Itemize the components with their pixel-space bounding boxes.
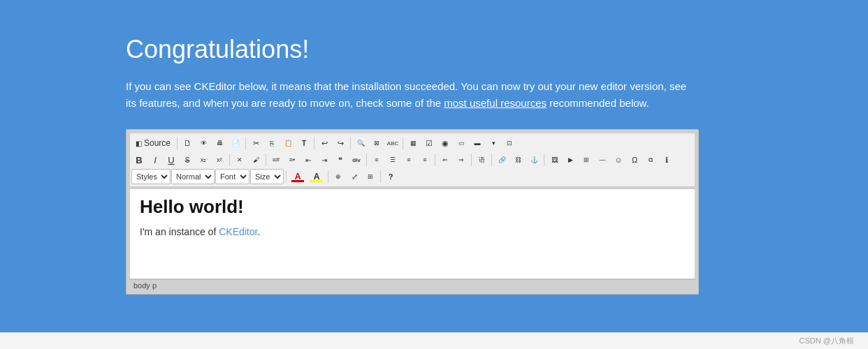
source-button[interactable]: ◧ Source	[131, 135, 175, 151]
bold-button[interactable]: B	[131, 152, 147, 168]
styles-select[interactable]: Styles	[131, 169, 171, 184]
editor-container: ◧ Source 🗋 👁 🖶 📄 ✂ ⎘ 📋 T ↩ ↪ 🔍 ⊠ AB	[126, 129, 699, 295]
separator	[177, 137, 178, 149]
indent-button[interactable]: ⇥	[317, 152, 332, 168]
radio-button[interactable]: ◉	[437, 135, 453, 151]
redo-icon: ↪	[338, 139, 344, 148]
copyformat-button[interactable]: 🖌	[248, 152, 263, 168]
removeformat-icon: ✕	[237, 156, 243, 163]
alignright-button[interactable]: ≡	[401, 152, 417, 168]
spellcheck-button[interactable]: ABC	[385, 135, 400, 151]
bidi-rtl-button[interactable]: ⇒	[454, 152, 469, 168]
unlink-button[interactable]: ⛓	[510, 152, 526, 168]
blockquote-button[interactable]: ❝	[333, 152, 348, 168]
image-button[interactable]: 🖼	[547, 152, 562, 168]
bgcolor-bar	[310, 180, 323, 182]
showblocks-button[interactable]: ⊞	[363, 169, 378, 184]
ol-icon: ≡#	[273, 156, 280, 163]
language-button[interactable]: 语	[474, 152, 489, 168]
radio-icon: ◉	[442, 139, 449, 148]
paste-icon: 📋	[284, 140, 292, 147]
help-icon: ?	[389, 172, 393, 181]
form-button[interactable]: ▦	[405, 135, 421, 151]
separator	[328, 170, 328, 183]
ul-icon: ≡•	[289, 156, 295, 163]
iframe-button[interactable]: ⧉	[643, 152, 658, 168]
flash-button[interactable]: ▶	[563, 152, 578, 168]
templates-button[interactable]: 📄	[228, 135, 243, 151]
source-icon: ◧	[136, 140, 142, 147]
pasteplain-icon: T	[302, 140, 306, 147]
newpage-button[interactable]: 🗋	[180, 135, 195, 151]
strikethrough-button[interactable]: S	[180, 152, 195, 168]
alignjustify-button[interactable]: ≡	[417, 152, 433, 168]
find-button[interactable]: 🔍	[353, 135, 368, 151]
ol-button[interactable]: ≡#	[268, 152, 284, 168]
editor-paragraph: I'm an instance of CKEditor.	[140, 226, 685, 237]
print-button[interactable]: 🖶	[212, 135, 227, 151]
unlink-icon: ⛓	[515, 156, 521, 163]
ul-button[interactable]: ≡•	[284, 152, 300, 168]
removeformat-button[interactable]: ✕	[232, 152, 247, 168]
textfield-button[interactable]: ▭	[454, 135, 469, 151]
image-icon: 🖼	[551, 156, 558, 163]
textarea-icon: ▬	[475, 140, 481, 147]
anchor-button[interactable]: ⚓	[526, 152, 542, 168]
fontcolor-button[interactable]: A	[289, 169, 307, 184]
underline-button[interactable]: U	[164, 152, 179, 168]
link-button[interactable]: 🔗	[494, 152, 509, 168]
size-select[interactable]: Size	[250, 169, 284, 184]
hrule-button[interactable]: —	[595, 152, 610, 168]
hiddenfield-icon: ⊡	[507, 140, 512, 147]
resources-link[interactable]: most useful resources	[444, 97, 547, 109]
maximize-button[interactable]: ⤢	[347, 169, 362, 184]
undo-button[interactable]: ↩	[317, 135, 332, 151]
separator	[435, 154, 435, 166]
editor-area[interactable]: Hello world! I'm an instance of CKEditor…	[129, 188, 695, 279]
selectall-button[interactable]: ⊠	[369, 135, 384, 151]
font-select[interactable]: Font	[215, 169, 249, 184]
preview-button[interactable]: 👁	[196, 135, 211, 151]
editor-heading: Hello world!	[140, 196, 685, 218]
cut-icon: ✂	[253, 139, 259, 148]
footer-bar: CSDN @八角框	[0, 332, 868, 349]
paste-button[interactable]: 📋	[280, 135, 296, 151]
pasteplain-button[interactable]: T	[296, 135, 312, 151]
ckeditor-link[interactable]: CKEditor	[219, 226, 257, 237]
superscript-button[interactable]: x²	[212, 152, 227, 168]
creatediv-button[interactable]: div	[349, 152, 364, 168]
separator	[403, 137, 403, 149]
toolbar-row-2: B I U S x₂ x² ✕ 🖌 ≡# ≡• ⇤ ⇥ ❝ div ≡ ☰ ≡	[131, 152, 693, 168]
statusbar-path: body p	[133, 281, 157, 290]
styles2-button[interactable]: ⊕	[331, 169, 346, 184]
flash-icon: ▶	[568, 156, 573, 163]
alignleft-button[interactable]: ≡	[369, 152, 384, 168]
table-button[interactable]: ⊞	[579, 152, 594, 168]
copy-button[interactable]: ⎘	[264, 135, 280, 151]
bidi-ltr-button[interactable]: ⇐	[437, 152, 453, 168]
smiley-button[interactable]: ☺	[611, 152, 626, 168]
main-content: Congratulations! If you can see CKEditor…	[0, 0, 868, 332]
subscript-button[interactable]: x₂	[196, 152, 211, 168]
specialchar-button[interactable]: Ω	[627, 152, 642, 168]
italic-button[interactable]: I	[147, 152, 163, 168]
alignleft-icon: ≡	[375, 156, 378, 163]
bgcolor-button[interactable]: A	[308, 169, 326, 184]
about-button[interactable]: ℹ	[659, 152, 674, 168]
underline-icon: U	[168, 155, 174, 165]
outdent-button[interactable]: ⇤	[301, 152, 316, 168]
cut-button[interactable]: ✂	[248, 135, 263, 151]
styles2-icon: ⊕	[335, 173, 341, 180]
checkbox-button[interactable]: ☑	[421, 135, 437, 151]
anchor-icon: ⚓	[530, 156, 538, 163]
format-select[interactable]: Normal	[171, 169, 215, 184]
undo-icon: ↩	[321, 139, 328, 148]
redo-button[interactable]: ↪	[333, 135, 348, 151]
select-button[interactable]: ▾	[486, 135, 501, 151]
footer-text: CSDN @八角框	[800, 336, 854, 345]
textarea-button[interactable]: ▬	[470, 135, 485, 151]
hiddenfield-button[interactable]: ⊡	[502, 135, 517, 151]
help-button[interactable]: ?	[383, 169, 398, 184]
aligncenter-button[interactable]: ☰	[385, 152, 400, 168]
separator	[366, 154, 367, 166]
